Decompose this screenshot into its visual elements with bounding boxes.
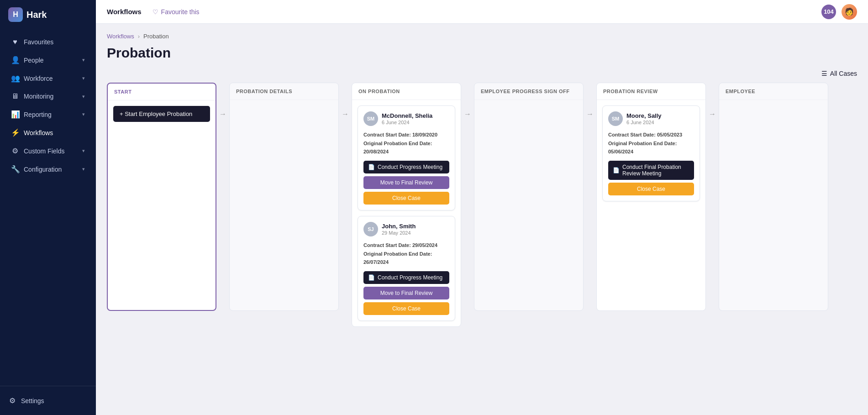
chevron-icon: ▾ — [82, 57, 85, 63]
sidebar-item-workflows[interactable]: ⚡ Workflows — [3, 124, 93, 142]
case-actions: 📄Conduct Final Probation Review MeetingC… — [608, 161, 694, 195]
breadcrumb: Workflows › Probation — [107, 33, 857, 40]
breadcrumb-current: Probation — [143, 33, 169, 40]
kanban-board: START+ Start Employee Probation→PROBATIO… — [107, 83, 857, 334]
action-button-move-to-final-review[interactable]: Move to Final Review — [363, 176, 449, 189]
kanban-col-header-start: START — [108, 84, 216, 100]
case-field-row: Original Probation End Date: 20/08/2024 — [363, 139, 449, 156]
action-button-close-case[interactable]: Close Case — [363, 192, 449, 205]
kanban-arrow: → — [461, 110, 474, 118]
action-button-move-to-final-review[interactable]: Move to Final Review — [363, 287, 449, 299]
field-label: Original Probation End Date: — [363, 141, 432, 146]
case-date: 29 May 2024 — [382, 230, 416, 236]
chevron-icon: ▾ — [82, 75, 85, 81]
favourite-button[interactable]: ♡ Favourite this — [153, 8, 200, 16]
sidebar-item-configuration[interactable]: 🔧 Configuration ▾ — [3, 160, 93, 178]
field-value: 05/05/2023 — [657, 132, 682, 137]
kanban-arrow: → — [706, 110, 719, 118]
kanban-col-body-probation-review: SM Moore, Sally 6 June 2024 Contract Sta… — [597, 100, 705, 310]
page-title: Probation — [107, 45, 857, 61]
sidebar-item-label: Reporting — [24, 111, 52, 118]
sidebar-item-people[interactable]: 👤 People ▾ — [3, 51, 93, 69]
configuration-icon: 🔧 — [11, 165, 19, 173]
field-label: Contract Start Date: — [363, 242, 411, 248]
sidebar-nav: ♥ Favourites 👤 People ▾ 👥 Workforce ▾ 🖥 … — [0, 29, 96, 386]
case-field-row: Original Probation End Date: 26/07/2024 — [363, 250, 449, 267]
sidebar-item-label: Settings — [21, 397, 44, 404]
all-cases-bar: ☰ All Cases — [107, 70, 857, 77]
settings-icon: ⚙ — [8, 396, 16, 405]
kanban-col-wrapper-probation-details: PROBATION DETAILS→ — [229, 83, 352, 311]
kanban-col-on-probation: ON PROBATION SM McDonnell, Shelia 6 June… — [352, 83, 461, 327]
kanban-col-employee-col-extra: EMPLOYEE — [719, 83, 828, 311]
sidebar-item-settings[interactable]: ⚙ Settings — [8, 393, 88, 409]
kanban-col-body-employee-progress-sign-off — [474, 100, 583, 310]
case-field-row: Contract Start Date: 18/09/2020 — [363, 131, 449, 139]
action-button-conduct-progress-meeting[interactable]: 📄Conduct Progress Meeting — [363, 161, 449, 173]
kanban-col-employee-progress-sign-off: EMPLOYEE PROGRESS SIGN OFF — [474, 83, 584, 311]
app-logo[interactable]: H Hark — [0, 0, 96, 29]
header-title: Workflows — [107, 8, 142, 16]
case-fields: Contract Start Date: 18/09/2020Original … — [363, 131, 449, 156]
action-button-close-case[interactable]: Close Case — [363, 302, 449, 315]
kanban-col-header-employee-col-extra: EMPLOYEE — [719, 83, 828, 100]
sidebar-item-custom-fields[interactable]: ⚙ Custom Fields ▾ — [3, 142, 93, 160]
sidebar-item-monitoring[interactable]: 🖥 Monitoring ▾ — [3, 88, 93, 105]
action-icon: 📄 — [368, 274, 375, 281]
case-name: John, Smith — [382, 223, 416, 230]
case-field-row: Contract Start Date: 05/05/2023 — [608, 131, 694, 139]
kanban-col-probation-details: PROBATION DETAILS — [229, 83, 339, 311]
case-card-card-moore: SM Moore, Sally 6 June 2024 Contract Sta… — [602, 105, 700, 201]
kanban-col-header-probation-details: PROBATION DETAILS — [230, 83, 338, 100]
case-card-header: SM Moore, Sally 6 June 2024 — [608, 111, 694, 126]
kanban-col-wrapper-on-probation: ON PROBATION SM McDonnell, Shelia 6 June… — [352, 83, 474, 327]
header-right: 104 🧑 — [821, 4, 857, 20]
case-actions: 📄Conduct Progress MeetingMove to Final R… — [363, 271, 449, 315]
sidebar-item-favourites[interactable]: ♥ Favourites — [3, 33, 93, 51]
kanban-col-body-employee-col-extra — [719, 100, 828, 310]
kanban-col-body-probation-details — [230, 100, 338, 310]
case-avatar: SJ — [363, 222, 378, 236]
sidebar-item-reporting[interactable]: 📊 Reporting ▾ — [3, 105, 93, 123]
workflows-icon: ⚡ — [11, 128, 19, 137]
chevron-icon: ▾ — [82, 111, 85, 117]
kanban-col-body-start: + Start Employee Probation — [108, 100, 216, 310]
logo-icon: H — [8, 7, 23, 22]
monitoring-icon: 🖥 — [11, 92, 19, 100]
kanban-col-wrapper-employee-col-extra: EMPLOYEE — [719, 83, 828, 311]
main-content: Workflows ♡ Favourite this 104 🧑 Workflo… — [96, 0, 868, 415]
case-avatar: SM — [363, 111, 378, 126]
sidebar-item-workforce[interactable]: 👥 Workforce ▾ — [3, 69, 93, 87]
case-date: 6 June 2024 — [382, 120, 432, 125]
notification-badge[interactable]: 104 — [821, 5, 836, 19]
case-actions: 📄Conduct Progress MeetingMove to Final R… — [363, 161, 449, 205]
case-field-row: Contract Start Date: 29/05/2024 — [363, 241, 449, 250]
start-employee-button[interactable]: + Start Employee Probation — [113, 106, 210, 122]
field-label: Contract Start Date: — [363, 132, 411, 137]
list-icon: ☰ — [821, 70, 827, 77]
kanban-arrow: → — [216, 110, 229, 118]
action-button-close-case[interactable]: Close Case — [608, 183, 694, 195]
kanban-arrow: → — [339, 110, 352, 118]
kanban-arrow: → — [584, 110, 596, 118]
kanban-col-wrapper-employee-progress-sign-off: EMPLOYEE PROGRESS SIGN OFF→ — [474, 83, 596, 311]
workforce-icon: 👥 — [11, 74, 19, 83]
case-card-header: SJ John, Smith 29 May 2024 — [363, 222, 449, 236]
field-value: 29/05/2024 — [412, 242, 437, 248]
action-button-conduct-progress-meeting[interactable]: 📄Conduct Progress Meeting — [363, 271, 449, 284]
action-button-conduct-final-probation-review-meeting[interactable]: 📄Conduct Final Probation Review Meeting — [608, 161, 694, 180]
breadcrumb-link[interactable]: Workflows — [107, 33, 134, 40]
breadcrumb-separator: › — [138, 33, 140, 40]
case-fields: Contract Start Date: 05/05/2023Original … — [608, 131, 694, 156]
field-label: Original Probation End Date: — [608, 141, 677, 146]
field-value: 26/07/2024 — [363, 259, 389, 265]
kanban-col-wrapper-start: START+ Start Employee Probation→ — [107, 83, 229, 311]
avatar[interactable]: 🧑 — [842, 4, 857, 20]
sidebar-item-label: Workflows — [24, 129, 53, 137]
case-name: Moore, Sally — [626, 112, 662, 119]
chevron-icon: ▾ — [82, 94, 85, 100]
app-name: Hark — [26, 10, 47, 20]
all-cases-button[interactable]: ☰ All Cases — [821, 70, 857, 77]
kanban-col-body-on-probation: SM McDonnell, Shelia 6 June 2024 Contrac… — [352, 100, 461, 326]
kanban-col-header-on-probation: ON PROBATION — [352, 83, 461, 100]
